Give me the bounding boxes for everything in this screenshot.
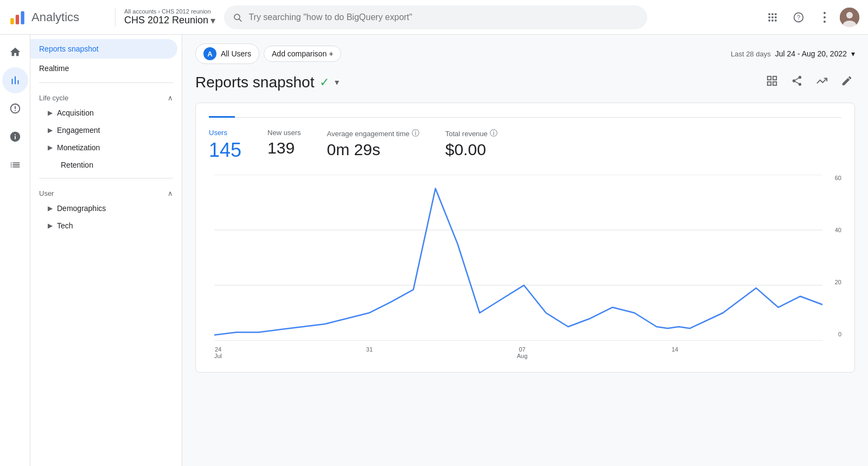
date-range-label: Last 28 days xyxy=(731,50,771,58)
sidebar-explore-button[interactable] xyxy=(2,95,28,122)
acquisition-chevron-icon: ▶ xyxy=(48,109,53,117)
share-button[interactable] xyxy=(789,73,805,92)
chart-x-labels: 24Jul 31 07Aug 14 xyxy=(214,346,822,359)
nav-realtime[interactable]: Realtime xyxy=(30,59,177,78)
metrics-row: Users 145 New users 139 Average engageme… xyxy=(209,129,841,162)
y-label-20: 20 xyxy=(835,279,841,285)
sidebar-advertising-button[interactable] xyxy=(2,124,28,150)
main-layout: Reports snapshot Realtime Life cycle ∧ ▶… xyxy=(0,35,868,466)
apps-button[interactable] xyxy=(762,7,783,28)
logo-area: Analytics xyxy=(9,9,106,26)
metric-total-revenue[interactable]: Total revenue ⓘ $0.00 xyxy=(445,129,497,162)
all-users-segment[interactable]: A All Users xyxy=(195,43,259,64)
svg-rect-22 xyxy=(768,76,771,80)
x-label-31: 31 xyxy=(366,346,373,359)
breadcrumb-main[interactable]: CHS 2012 Reunion ▾ xyxy=(124,15,215,27)
lifecycle-collapse-icon: ∧ xyxy=(168,94,173,102)
svg-rect-23 xyxy=(773,76,776,80)
new-users-label: New users xyxy=(267,129,301,137)
svg-rect-9 xyxy=(771,16,773,18)
sidebar-home-button[interactable] xyxy=(2,39,28,65)
nav-lifecycle-section[interactable]: Life cycle ∧ xyxy=(30,87,182,104)
nav-reports-snapshot[interactable]: Reports snapshot xyxy=(30,39,177,59)
svg-point-18 xyxy=(824,21,826,23)
nav-tech[interactable]: ▶ Tech xyxy=(30,217,177,234)
breadcrumb-current: CHS 2012 Reunion xyxy=(124,15,208,26)
svg-rect-11 xyxy=(769,20,770,21)
metric-new-users[interactable]: New users 139 xyxy=(267,129,301,162)
users-value: 145 xyxy=(209,139,241,162)
svg-rect-6 xyxy=(771,13,773,15)
chart-y-labels: 60 40 20 0 xyxy=(825,175,841,337)
sidebar-reports-button[interactable] xyxy=(2,67,28,93)
more-options-button[interactable] xyxy=(814,7,835,28)
svg-point-17 xyxy=(824,16,826,18)
svg-rect-2 xyxy=(21,11,24,24)
nav-icons: ? xyxy=(762,7,859,28)
avatar[interactable] xyxy=(840,8,859,27)
page-title-row: Reports snapshot ✓ ▾ xyxy=(195,73,855,92)
metric-users[interactable]: Users 145 xyxy=(209,129,241,162)
breadcrumb-chevron-icon: ▾ xyxy=(210,15,215,27)
y-label-40: 40 xyxy=(835,227,841,233)
total-revenue-info-icon[interactable]: ⓘ xyxy=(490,129,497,138)
chart-container: 60 40 20 0 xyxy=(209,175,841,359)
engagement-chevron-icon: ▶ xyxy=(48,126,53,134)
segment-letter: A xyxy=(203,47,216,60)
search-bar[interactable] xyxy=(224,5,647,29)
help-button[interactable]: ? xyxy=(788,7,809,28)
avg-engagement-value: 0m 29s xyxy=(327,141,419,159)
user-avatar-icon xyxy=(840,8,859,27)
y-label-0: 0 xyxy=(838,331,841,337)
customize-icon xyxy=(766,75,778,87)
svg-rect-10 xyxy=(775,16,776,18)
sidebar-configure-button[interactable] xyxy=(2,152,28,178)
customize-report-button[interactable] xyxy=(764,73,780,92)
x-label-aug07: 07Aug xyxy=(517,346,528,359)
title-dropdown-button[interactable]: ▾ xyxy=(335,77,339,87)
x-label-jul24: 24Jul xyxy=(214,346,222,359)
edit-icon xyxy=(841,75,853,87)
tech-chevron-icon: ▶ xyxy=(48,222,53,229)
content-topbar: A All Users Add comparison + Last 28 day… xyxy=(195,43,855,64)
svg-rect-7 xyxy=(775,13,776,15)
metrics-card: Users 145 New users 139 Average engageme… xyxy=(195,103,855,373)
date-range-selector[interactable]: Last 28 days Jul 24 - Aug 20, 2022 ▾ xyxy=(731,49,855,58)
date-range-chevron-icon: ▾ xyxy=(851,49,855,58)
left-navigation: Reports snapshot Realtime Life cycle ∧ ▶… xyxy=(30,35,182,466)
y-label-60: 60 xyxy=(835,175,841,181)
search-icon xyxy=(233,12,242,22)
status-check-icon: ✓ xyxy=(320,75,329,90)
svg-text:?: ? xyxy=(797,14,801,21)
search-input[interactable] xyxy=(248,12,639,22)
home-icon xyxy=(9,46,21,58)
apps-icon xyxy=(767,12,778,23)
svg-point-20 xyxy=(846,12,853,18)
page-title-actions xyxy=(764,73,855,92)
nav-user-section[interactable]: User ∧ xyxy=(30,183,182,200)
trend-button[interactable] xyxy=(814,73,830,92)
add-comparison-button[interactable]: Add comparison + xyxy=(264,46,341,62)
avg-engagement-info-icon[interactable]: ⓘ xyxy=(412,129,419,138)
app-title: Analytics xyxy=(31,10,79,24)
svg-rect-13 xyxy=(775,20,776,21)
share-icon xyxy=(791,75,803,87)
add-icon: + xyxy=(329,49,333,58)
demographics-chevron-icon: ▶ xyxy=(48,205,53,212)
total-revenue-value: $0.00 xyxy=(445,141,497,159)
nav-retention[interactable]: Retention xyxy=(30,156,177,174)
nav-engagement[interactable]: ▶ Engagement xyxy=(30,122,177,139)
svg-rect-25 xyxy=(773,82,776,85)
more-vert-icon xyxy=(824,12,826,23)
date-range-value: Jul 24 - Aug 20, 2022 xyxy=(775,49,847,58)
edit-button[interactable] xyxy=(839,73,855,92)
svg-rect-12 xyxy=(771,20,773,21)
page-title-text: Reports snapshot xyxy=(195,74,314,91)
bar-chart-icon xyxy=(9,74,21,86)
nav-monetization[interactable]: ▶ Monetization xyxy=(30,139,177,156)
active-tab-indicator xyxy=(209,116,235,118)
nav-acquisition[interactable]: ▶ Acquisition xyxy=(30,104,177,122)
metric-avg-engagement[interactable]: Average engagement time ⓘ 0m 29s xyxy=(327,129,419,162)
nav-demographics[interactable]: ▶ Demographics xyxy=(30,200,177,217)
segment-label: All Users xyxy=(221,49,251,58)
